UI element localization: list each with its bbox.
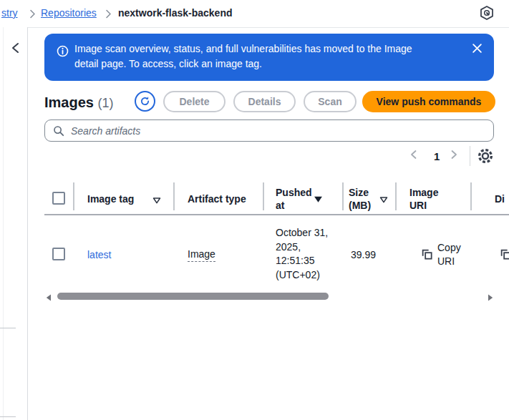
sort-caret-down-filled-icon: [314, 194, 323, 205]
sort-caret-down-icon: [379, 194, 388, 205]
search-icon: [53, 125, 64, 139]
column-header-pushed-at[interactable]: Pushed at: [276, 186, 316, 212]
delete-button[interactable]: Delete: [163, 91, 226, 112]
pagination-next-icon[interactable]: [450, 150, 458, 162]
column-divider: [342, 182, 344, 210]
select-all-checkbox[interactable]: [52, 192, 65, 205]
search-input[interactable]: [69, 122, 488, 140]
breadcrumb-repositories-link[interactable]: Repositories: [41, 7, 97, 19]
view-push-commands-button[interactable]: View push commands: [362, 91, 495, 112]
gear-icon[interactable]: [477, 147, 494, 165]
search-container: [44, 119, 494, 142]
breadcrumb-bar: stry Repositories nextwork-flask-backend: [0, 0, 509, 28]
column-divider: [173, 182, 175, 210]
horizontal-scrollbar-thumb[interactable]: [57, 293, 329, 300]
page-title-count: (1): [98, 96, 114, 110]
rail-divider: [3, 27, 4, 420]
pagination-page-1[interactable]: 1: [430, 150, 444, 163]
column-divider: [470, 182, 472, 210]
copy-digest-button[interactable]: [500, 248, 509, 263]
size-mb-value: 39.99: [351, 249, 376, 260]
scroll-left-icon[interactable]: [46, 293, 52, 303]
column-header-image-tag[interactable]: Image tag: [87, 192, 134, 205]
collapsed-sidebar-rail: [0, 27, 28, 420]
column-divider: [263, 182, 264, 210]
copy-icon: [421, 248, 433, 263]
close-icon[interactable]: [470, 42, 484, 57]
rail-tick-divider: [0, 328, 16, 328]
column-header-size-mb[interactable]: Size (MB): [349, 186, 380, 212]
column-header-digest: Di: [495, 192, 505, 205]
row-checkbox[interactable]: [52, 248, 65, 260]
copy-icon: [500, 252, 509, 263]
rail-tick-divider: [0, 416, 16, 417]
copy-uri-label: Copy URI: [437, 241, 469, 268]
artifact-type-text: Image: [188, 248, 215, 262]
column-header-image-uri: Image URI: [409, 186, 445, 212]
scan-button[interactable]: Scan: [304, 91, 357, 112]
hexagon-badge-icon[interactable]: [478, 5, 495, 22]
column-header-artifact-type[interactable]: Artifact type: [188, 192, 246, 205]
pagination-divider: [470, 146, 470, 166]
info-flash-banner: Image scan overview, status, and full vu…: [44, 34, 494, 81]
scroll-right-icon[interactable]: [488, 293, 493, 303]
artifact-type-value: Image: [188, 248, 215, 260]
page-title: Images (1): [44, 92, 114, 114]
breadcrumb-registry-link[interactable]: stry: [1, 7, 18, 19]
pushed-at-value: October 31, 2025, 12:51:35 (UTC+02): [276, 226, 330, 282]
info-icon: [57, 45, 69, 59]
column-divider: [73, 182, 74, 210]
refresh-icon[interactable]: [135, 91, 155, 112]
image-tag-link[interactable]: latest: [87, 249, 111, 260]
sort-caret-down-icon: [152, 195, 161, 206]
page-title-text: Images: [44, 94, 94, 110]
breadcrumb-current: nextwork-flask-backend: [118, 7, 233, 19]
table-header-border: [44, 214, 509, 215]
chevron-right-icon: [105, 9, 112, 19]
column-divider: [395, 182, 397, 210]
pagination-prev-icon[interactable]: [409, 150, 417, 162]
sidebar-collapse-button[interactable]: [9, 41, 23, 56]
details-button[interactable]: Details: [233, 91, 296, 112]
chevron-right-icon: [29, 9, 37, 19]
banner-message: Image scan overview, status, and full vu…: [74, 41, 432, 72]
